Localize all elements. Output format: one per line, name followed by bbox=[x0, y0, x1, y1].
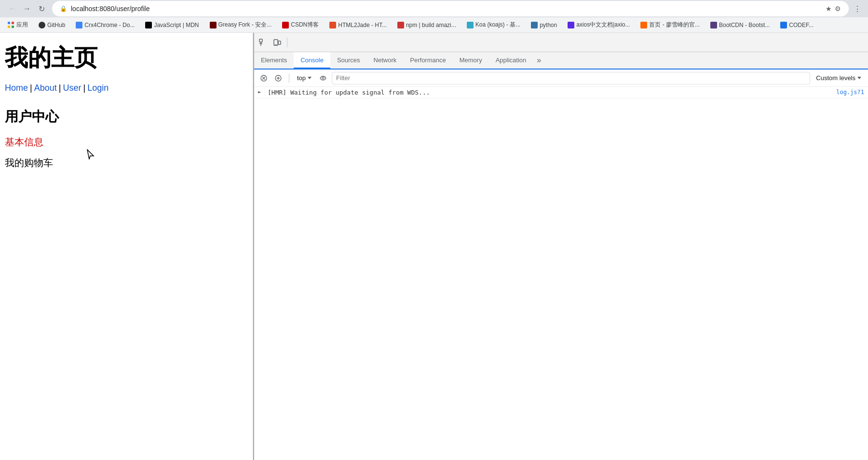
bookmarks-bar: 应用 GitHub Crx4Chrome - Do... JavaScript … bbox=[0, 17, 868, 33]
bookmark-csdn-label: CSDN博客 bbox=[291, 21, 319, 29]
bookmark-crx-label: Crx4Chrome - Do... bbox=[84, 22, 135, 28]
device-toolbar-button[interactable] bbox=[271, 36, 284, 49]
tab-sources[interactable]: Sources bbox=[330, 52, 367, 69]
devtools-toolbar bbox=[254, 33, 868, 52]
bookmark-npm[interactable]: npm | build amazi... bbox=[393, 21, 460, 29]
bookmark-bootcdn-label: BootCDN - Bootst... bbox=[719, 22, 770, 28]
bookmark-mdn-label: JavaScript | MDN bbox=[154, 22, 199, 28]
nav-login[interactable]: Login bbox=[87, 83, 108, 93]
tab-memory[interactable]: Memory bbox=[453, 52, 489, 69]
bookmark-apps[interactable]: 应用 bbox=[4, 20, 32, 30]
nav-home[interactable]: Home bbox=[5, 83, 28, 93]
url-text: localhost:8080/user/profile bbox=[71, 5, 822, 13]
nav-sep-3: | bbox=[83, 83, 85, 93]
svg-rect-0 bbox=[259, 39, 262, 42]
tab-console[interactable]: Console bbox=[294, 52, 330, 69]
bookmark-codef-label: CODEF... bbox=[789, 22, 814, 28]
address-bar[interactable]: 🔒 localhost:8080/user/profile ★ ⚙ bbox=[52, 1, 849, 16]
console-filter-input[interactable] bbox=[332, 72, 810, 84]
sidebar-links: 基本信息 我的购物车 ​ bbox=[5, 136, 248, 169]
page-title: 我的主页 bbox=[5, 42, 248, 73]
nav-buttons: ← → ↻ bbox=[4, 0, 50, 17]
devtools-tabs: Elements Console Sources Network Perform… bbox=[254, 52, 868, 70]
bookmark-python-label: python bbox=[540, 22, 557, 28]
codef-icon bbox=[780, 22, 787, 28]
bookmark-mdn[interactable]: JavaScript | MDN bbox=[141, 21, 203, 29]
reload-button[interactable]: ↻ bbox=[35, 2, 48, 15]
lxf-icon bbox=[640, 22, 647, 28]
log-levels-button[interactable]: Custom levels bbox=[813, 73, 864, 83]
console-message-row: ► [HMR] Waiting for update signal from W… bbox=[254, 87, 868, 98]
svg-point-12 bbox=[322, 77, 324, 79]
tab-bar: ← → ↻ 🔒 localhost:8080/user/profile ★ ⚙ … bbox=[0, 0, 868, 17]
context-selector[interactable]: top bbox=[294, 73, 314, 83]
bookmark-axios[interactable]: axios中文文档|axio... bbox=[564, 20, 634, 30]
bookmark-koa[interactable]: Koa (koajs) - 基... bbox=[463, 20, 524, 30]
toolbar-divider bbox=[287, 38, 287, 47]
koa-icon bbox=[467, 22, 474, 28]
tab-network[interactable]: Network bbox=[367, 52, 404, 69]
bookmark-html2jade-label: HTML2Jade - HT... bbox=[338, 22, 387, 28]
star-icon[interactable]: ★ bbox=[826, 5, 832, 13]
bookmark-apps-label: 应用 bbox=[16, 21, 28, 29]
device-icon bbox=[273, 39, 281, 46]
bookmark-bootcdn[interactable]: BootCDN - Bootst... bbox=[706, 21, 773, 29]
forward-button[interactable]: → bbox=[20, 2, 34, 15]
bookmark-npm-label: npm | build amazi... bbox=[406, 22, 456, 28]
bookmark-lxf[interactable]: 首页 - 廖雪峰的官... bbox=[637, 20, 704, 30]
apps-icon bbox=[8, 22, 14, 28]
bookmark-greasy[interactable]: Greasy Fork - 安全... bbox=[206, 20, 276, 30]
user-center-title: 用户中心 bbox=[5, 108, 248, 126]
clear-icon bbox=[260, 75, 267, 82]
tab-application[interactable]: Application bbox=[489, 52, 533, 69]
nav-links: Home | About | User | Login bbox=[5, 83, 248, 93]
github-icon bbox=[39, 22, 45, 28]
svg-rect-4 bbox=[278, 41, 281, 44]
html2jade-icon bbox=[329, 22, 336, 28]
record-icon bbox=[275, 75, 282, 82]
bookmark-python[interactable]: python bbox=[527, 21, 561, 29]
console-output: ► [HMR] Waiting for update signal from W… bbox=[254, 87, 868, 460]
nav-about[interactable]: About bbox=[34, 83, 57, 93]
mdn-icon bbox=[145, 22, 152, 28]
tab-elements[interactable]: Elements bbox=[254, 52, 294, 69]
sidebar-link-cart[interactable]: 我的购物车 bbox=[5, 156, 248, 169]
console-toolbar: top Custom levels bbox=[254, 70, 868, 87]
console-source-link[interactable]: log.js?1 bbox=[836, 89, 864, 96]
axios-icon bbox=[568, 22, 574, 28]
python-icon bbox=[531, 22, 538, 28]
csdn-icon bbox=[282, 22, 289, 28]
clear-console-button[interactable] bbox=[258, 72, 270, 84]
bookmark-html2jade[interactable]: HTML2Jade - HT... bbox=[326, 21, 391, 29]
webpage: 我的主页 Home | About | User | Login 用户中心 基本… bbox=[0, 33, 253, 460]
bookmark-crx[interactable]: Crx4Chrome - Do... bbox=[72, 21, 138, 29]
bookmark-csdn[interactable]: CSDN博客 bbox=[278, 20, 323, 30]
bookmark-github-label: GitHub bbox=[47, 22, 65, 28]
expand-icon[interactable]: ► bbox=[258, 89, 264, 95]
nav-sep-2: | bbox=[59, 83, 61, 93]
greasy-icon bbox=[210, 22, 217, 28]
sidebar-link-basic-info[interactable]: 基本信息 bbox=[5, 136, 248, 149]
nav-user[interactable]: User bbox=[63, 83, 81, 93]
context-label: top bbox=[297, 74, 306, 82]
eye-icon bbox=[320, 76, 326, 81]
inspect-element-button[interactable] bbox=[256, 36, 270, 49]
stop-recording-button[interactable] bbox=[272, 72, 284, 84]
cursor-inspect-icon bbox=[259, 39, 267, 46]
eye-button[interactable] bbox=[317, 72, 329, 84]
crx-icon bbox=[76, 22, 82, 28]
levels-dropdown-icon bbox=[857, 77, 861, 79]
more-menu-button[interactable]: ⋮ bbox=[851, 2, 864, 15]
nav-sep-1: | bbox=[30, 83, 32, 93]
svg-rect-3 bbox=[274, 40, 278, 45]
tab-performance[interactable]: Performance bbox=[403, 52, 452, 69]
npm-icon bbox=[397, 22, 404, 28]
bookmark-codef[interactable]: CODEF... bbox=[776, 21, 817, 29]
address-icons: ★ ⚙ bbox=[826, 5, 841, 13]
bookmark-github[interactable]: GitHub bbox=[35, 21, 69, 29]
lock-icon: 🔒 bbox=[60, 5, 67, 12]
back-button[interactable]: ← bbox=[6, 2, 19, 15]
more-tabs-button[interactable]: » bbox=[533, 52, 545, 69]
main-area: 我的主页 Home | About | User | Login 用户中心 基本… bbox=[0, 33, 868, 460]
extensions-icon[interactable]: ⚙ bbox=[835, 5, 841, 13]
